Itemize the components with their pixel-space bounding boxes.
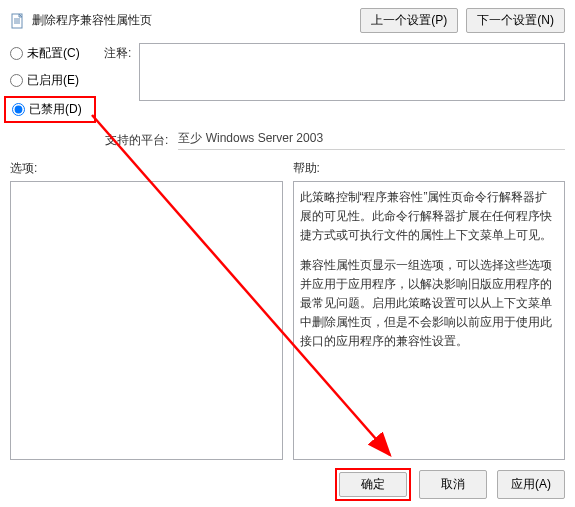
platform-label: 支持的平台: [105, 130, 168, 149]
apply-button[interactable]: 应用(A) [497, 470, 565, 499]
help-label: 帮助: [293, 160, 566, 177]
help-text-1: 此策略控制“程序兼容性”属性页命令行解释器扩展的可见性。此命令行解释器扩展在任何… [300, 188, 559, 246]
radio-not-configured-label: 未配置(C) [27, 45, 80, 62]
document-icon [10, 13, 26, 29]
radio-enabled[interactable]: 已启用(E) [10, 72, 90, 89]
radio-disabled-label: 已禁用(D) [29, 101, 82, 118]
options-label: 选项: [10, 160, 283, 177]
cancel-button[interactable]: 取消 [419, 470, 487, 499]
platform-value: 至少 Windows Server 2003 [178, 128, 565, 150]
radio-not-configured[interactable]: 未配置(C) [10, 45, 90, 62]
page-title: 删除程序兼容性属性页 [32, 12, 152, 29]
help-text-2: 兼容性属性页显示一组选项，可以选择这些选项并应用于应用程序，以解决影响旧版应用程… [300, 256, 559, 352]
radio-enabled-input[interactable] [10, 74, 23, 87]
comment-label: 注释: [104, 43, 131, 101]
next-setting-button[interactable]: 下一个设置(N) [466, 8, 565, 33]
radio-disabled[interactable]: 已禁用(D) [4, 96, 96, 123]
ok-button[interactable]: 确定 [339, 472, 407, 497]
prev-setting-button[interactable]: 上一个设置(P) [360, 8, 458, 33]
radio-disabled-input[interactable] [12, 103, 25, 116]
radio-not-configured-input[interactable] [10, 47, 23, 60]
comment-textarea[interactable] [139, 43, 565, 101]
radio-enabled-label: 已启用(E) [27, 72, 79, 89]
help-pane: 此策略控制“程序兼容性”属性页命令行解释器扩展的可见性。此命令行解释器扩展在任何… [293, 181, 566, 460]
options-pane [10, 181, 283, 460]
